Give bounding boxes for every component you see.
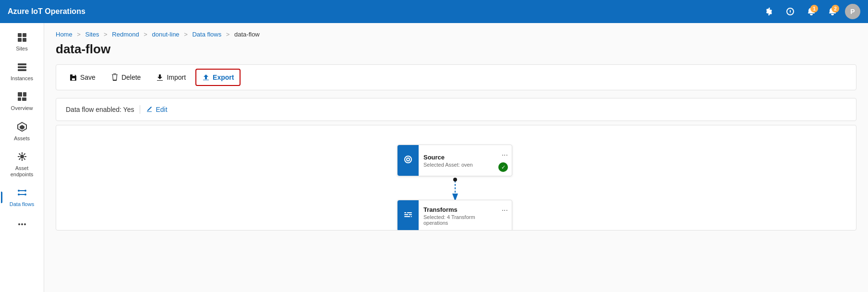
sidebar-label-instances: Instances [11, 75, 33, 82]
source-node-subtitle: Selected Asset: oven [423, 162, 493, 168]
avatar[interactable]: P [845, 4, 860, 19]
export-label: Export [213, 73, 234, 81]
breadcrumb-current: data-flow [234, 31, 260, 38]
svg-point-24 [18, 194, 20, 195]
breadcrumb-sep-5: > [226, 31, 230, 38]
svg-rect-8 [23, 92, 26, 97]
import-button[interactable]: Import [150, 70, 192, 85]
sidebar-item-more[interactable] [3, 214, 41, 236]
source-node: Source Selected Asset: oven ··· ✓ [397, 145, 512, 176]
transforms-node-title: Transforms [423, 206, 493, 213]
transforms-node-content: Transforms Selected: 4 Transform operati… [419, 202, 498, 230]
breadcrumb-sep-4: > [184, 31, 188, 38]
svg-point-26 [18, 223, 20, 225]
import-icon [156, 73, 164, 81]
svg-rect-36 [410, 215, 411, 217]
overview-icon [17, 91, 27, 103]
source-node-title: Source [423, 154, 493, 161]
svg-rect-6 [18, 69, 26, 71]
sidebar-item-overview[interactable]: Overview [3, 86, 41, 116]
svg-rect-10 [22, 97, 26, 101]
import-label: Import [167, 73, 186, 81]
breadcrumb-home[interactable]: Home [56, 31, 72, 38]
sidebar-label-data-flows: Data flows [10, 201, 34, 207]
svg-point-13 [20, 155, 24, 158]
svg-point-22 [18, 190, 20, 192]
transforms-icon-block [398, 200, 419, 231]
toolbar: Save Delete Import Export [56, 64, 856, 90]
edit-button[interactable]: Edit [146, 106, 167, 113]
export-icon [202, 73, 210, 81]
more-icon [17, 219, 27, 231]
flow-canvas: Source Selected Asset: oven ··· ✓ [56, 125, 856, 231]
export-button[interactable]: Export [195, 69, 241, 86]
sidebar-item-instances[interactable]: Instances [3, 57, 41, 86]
source-node-menu[interactable]: ··· [498, 147, 512, 163]
asset-endpoints-icon [17, 151, 27, 163]
source-node-icon [403, 155, 413, 167]
svg-point-30 [453, 178, 457, 182]
svg-point-27 [21, 223, 23, 225]
svg-line-18 [19, 153, 20, 155]
source-node-status: ✓ [498, 162, 508, 172]
svg-rect-35 [408, 213, 409, 215]
breadcrumb-sep-3: > [144, 31, 147, 38]
sidebar-item-asset-endpoints[interactable]: Asset endpoints [3, 146, 41, 182]
svg-line-20 [24, 153, 25, 155]
svg-point-25 [24, 194, 26, 195]
app-title: Azure IoT Operations [8, 7, 85, 16]
help-icon[interactable] [782, 3, 799, 20]
save-icon [70, 73, 77, 81]
sidebar-label-sites: Sites [16, 46, 27, 52]
sidebar-item-sites[interactable]: Sites [3, 27, 41, 57]
topbar: Azure IoT Operations 1 2 P [0, 0, 868, 23]
data-flows-icon [17, 187, 27, 199]
sidebar-label-overview: Overview [11, 105, 33, 111]
sidebar-item-assets[interactable]: Assets [3, 117, 41, 146]
notification-bell-1-icon[interactable]: 1 [803, 3, 820, 20]
edit-icon [146, 106, 153, 113]
delete-button[interactable]: Delete [105, 70, 146, 85]
transforms-node-icon [403, 210, 413, 222]
topbar-icons: 1 2 P [760, 3, 860, 20]
edit-label: Edit [156, 106, 167, 113]
sidebar-item-data-flows[interactable]: Data flows [3, 182, 41, 212]
breadcrumb-data-flows[interactable]: Data flows [192, 31, 221, 38]
sidebar-label-asset-endpoints: Asset endpoints [5, 165, 39, 178]
transforms-node-menu[interactable]: ··· [498, 202, 512, 219]
delete-label: Delete [121, 73, 141, 81]
page-title: data-flow [44, 40, 868, 64]
svg-rect-3 [23, 38, 26, 42]
svg-point-28 [24, 223, 26, 225]
notification-badge-2: 2 [832, 5, 839, 12]
assets-icon [17, 122, 27, 134]
source-node-content: Source Selected Asset: oven [419, 150, 498, 171]
svg-point-23 [24, 190, 26, 192]
svg-rect-0 [18, 33, 22, 37]
svg-rect-7 [18, 92, 22, 97]
notification-badge-1: 1 [810, 5, 818, 12]
source-icon-block [398, 145, 419, 176]
breadcrumb-sites[interactable]: Sites [85, 31, 99, 38]
breadcrumb-sep-2: > [104, 31, 108, 38]
svg-line-19 [24, 158, 25, 159]
data-flow-enabled-text: Data flow enabled: Yes [66, 106, 134, 113]
svg-rect-2 [18, 38, 22, 42]
svg-rect-34 [406, 211, 407, 213]
svg-rect-4 [18, 63, 26, 65]
info-bar: Data flow enabled: Yes Edit [56, 98, 856, 121]
breadcrumb-sep-1: > [77, 31, 81, 38]
svg-rect-1 [23, 33, 26, 37]
breadcrumb-redmond[interactable]: Redmond [112, 31, 139, 38]
main-layout: Sites Instances Overview [0, 23, 868, 292]
save-button[interactable]: Save [64, 70, 101, 85]
breadcrumb: Home > Sites > Redmond > donut-line > Da… [44, 23, 868, 40]
svg-rect-5 [18, 66, 26, 68]
transforms-node: Transforms Selected: 4 Transform operati… [397, 200, 512, 231]
breadcrumb-donut-line[interactable]: donut-line [152, 31, 180, 38]
settings-icon[interactable] [760, 3, 778, 20]
info-separator [140, 105, 140, 114]
delete-icon [111, 73, 119, 81]
notification-bell-2-icon[interactable]: 2 [824, 3, 841, 20]
instances-icon [17, 61, 27, 73]
